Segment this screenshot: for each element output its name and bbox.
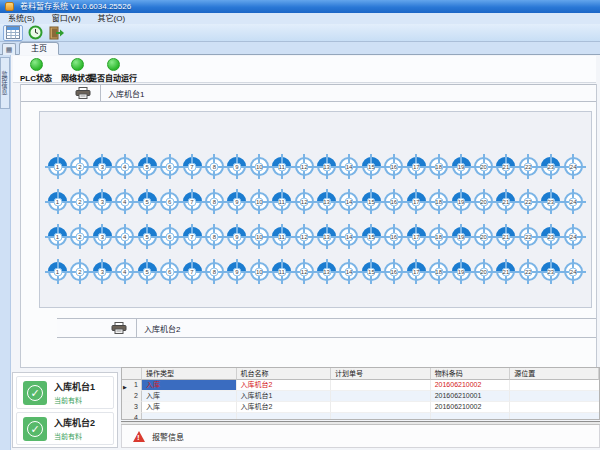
reel-slot: 16 — [384, 157, 403, 176]
reel-slot: 8 — [205, 227, 224, 246]
reel-number: 1 — [53, 232, 62, 241]
reel-slot: 2 — [70, 192, 89, 211]
reel-slot: 17 — [407, 157, 426, 176]
reel-slot: 16 — [384, 262, 403, 281]
status-panel: PLC状态网络状态是否自动运行 — [13, 56, 596, 83]
reel-slot: 19 — [452, 157, 471, 176]
reel-number: 11 — [277, 232, 286, 241]
machine-card[interactable]: ✓入库机台2当前有料 — [16, 412, 114, 445]
reel-slot: 19 — [452, 192, 471, 211]
reel-slot: 4 — [115, 192, 134, 211]
reel-slot: 11 — [272, 262, 291, 281]
reel-slot: 11 — [272, 192, 291, 211]
reel-number: 2 — [75, 162, 84, 171]
card-text: 入库机台2当前有料 — [54, 416, 95, 441]
reel-slot: 10 — [250, 157, 269, 176]
status-indicator: PLC状态 — [20, 58, 52, 83]
reel-slot: 7 — [183, 192, 202, 211]
reel-number: 1 — [53, 162, 62, 171]
reel-number: 4 — [120, 162, 129, 171]
reel-slot: 23 — [541, 227, 560, 246]
clock-button[interactable] — [25, 25, 45, 41]
reel-slot: 10 — [250, 192, 269, 211]
reel-slot: 20 — [474, 192, 493, 211]
task-table[interactable]: 操作类型机台名称计划单号物料条码源位置▶1入库入库机台2201606210002… — [121, 367, 600, 420]
reel-number: 9 — [232, 267, 241, 276]
reel-number: 10 — [255, 267, 264, 276]
dock-strip: 监控信息 — [0, 55, 11, 450]
app-icon — [5, 2, 14, 11]
reel-number: 11 — [277, 197, 286, 206]
reel-number: 12 — [300, 267, 309, 276]
tab-strip: ▦ 主页 — [0, 42, 600, 55]
reel-slot: 13 — [317, 157, 336, 176]
reel-number: 6 — [165, 197, 174, 206]
reel-number: 19 — [457, 232, 466, 241]
table-row[interactable]: ▶1入库入库机台2201606210002 — [122, 380, 599, 391]
reel-number: 2 — [75, 197, 84, 206]
reel-slot: 11 — [272, 227, 291, 246]
table-row[interactable]: 4 — [122, 413, 599, 420]
reel-slot: 14 — [339, 157, 358, 176]
exit-button[interactable] — [47, 25, 67, 41]
reel-slot: 9 — [227, 157, 246, 176]
reel-number: 10 — [255, 232, 264, 241]
reel-number: 16 — [389, 162, 398, 171]
reel-number: 5 — [143, 197, 152, 206]
reel-slot: 23 — [541, 262, 560, 281]
reel-slot: 21 — [496, 262, 515, 281]
dock-vertical-tab[interactable]: 监控信息 — [0, 57, 10, 109]
table-cell — [510, 380, 599, 391]
reel-number: 12 — [300, 162, 309, 171]
reel-number: 16 — [389, 267, 398, 276]
reel-number: 4 — [120, 267, 129, 276]
table-cell: 入库机台2 — [237, 402, 332, 413]
reel-slot: 22 — [519, 157, 538, 176]
table-row[interactable]: 3入库入库机台2201606210002 — [122, 402, 599, 413]
reel-number: 15 — [367, 162, 376, 171]
reel-number: 1 — [53, 267, 62, 276]
reel-number: 16 — [389, 197, 398, 206]
reel-slot: 21 — [496, 227, 515, 246]
schedule-grid-button[interactable] — [3, 25, 23, 41]
menu-item[interactable]: 窗口(W) — [44, 13, 90, 24]
reel-slot: 18 — [429, 192, 448, 211]
reel-row: 123456789101112131415161718192021222324 — [48, 157, 583, 176]
menu-item[interactable]: 系统(S) — [0, 13, 44, 24]
reel-number: 2 — [75, 267, 84, 276]
alarm-label: 报警信息 — [152, 431, 184, 442]
reel-slot: 21 — [496, 192, 515, 211]
reel-slot: 12 — [295, 262, 314, 281]
reel-slot: 20 — [474, 227, 493, 246]
reel-number: 8 — [210, 197, 219, 206]
tab-home[interactable]: 主页 — [19, 42, 59, 55]
reel-number: 2 — [75, 232, 84, 241]
reel-number: 9 — [232, 197, 241, 206]
reel-row: 123456789101112131415161718192021222324 — [48, 192, 583, 211]
table-cell — [431, 413, 511, 420]
reel-number: 8 — [210, 232, 219, 241]
row-header-cell — [122, 368, 142, 380]
reel-number: 22 — [524, 162, 533, 171]
dock-mini-tab[interactable]: ▦ — [2, 43, 16, 55]
reel-number: 15 — [367, 197, 376, 206]
menu-item[interactable]: 其它(O) — [90, 13, 135, 24]
reel-slot: 8 — [205, 157, 224, 176]
reel-slot: 22 — [519, 262, 538, 281]
reel-number: 23 — [546, 267, 555, 276]
reel-number: 19 — [457, 162, 466, 171]
reel-slot: 16 — [384, 192, 403, 211]
machine2-print-button[interactable] — [57, 319, 137, 337]
reel-slot: 2 — [70, 262, 89, 281]
reel-slot: 18 — [429, 262, 448, 281]
table-row[interactable]: 2入库入库机台1201606210001 — [122, 391, 599, 402]
reel-slot: 21 — [496, 157, 515, 176]
table-cell: 入库 — [142, 391, 237, 402]
status-light-icon — [107, 58, 120, 71]
machine-card[interactable]: ✓入库机台1当前有料 — [16, 376, 114, 409]
reel-panel: 1234567891011121314151617181920212223241… — [39, 111, 592, 308]
machine1-print-button[interactable] — [21, 85, 101, 101]
title-bar: 卷料暂存系统 V1.0.6034.25526 — [0, 0, 600, 13]
reel-number: 21 — [501, 162, 510, 171]
reel-row: 123456789101112131415161718192021222324 — [48, 227, 583, 246]
